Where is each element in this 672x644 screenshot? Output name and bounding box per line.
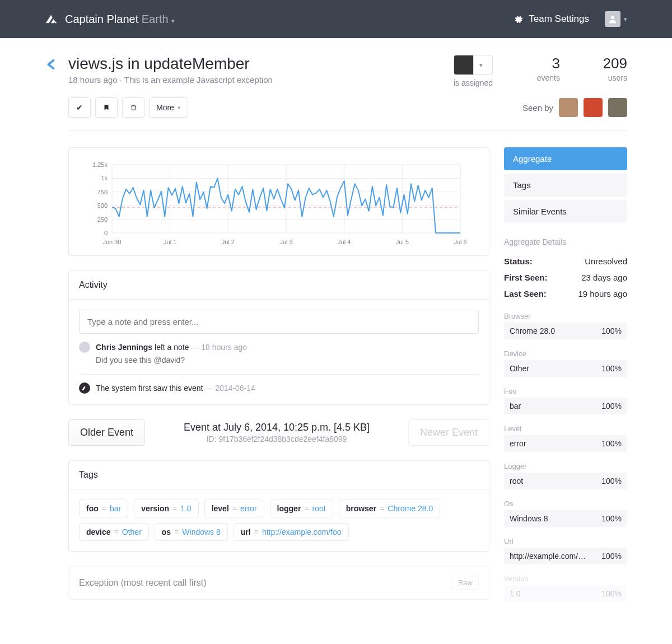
tag-pill[interactable]: foo=bar [79, 500, 128, 517]
activity-item: Chris Jennings left a note — 18 hours ag… [79, 334, 479, 366]
bookmark-button[interactable] [95, 97, 118, 118]
tag-pill[interactable]: level=error [204, 500, 264, 517]
user-icon [79, 342, 90, 353]
team-settings-label: Team Settings [529, 13, 589, 25]
facet-row[interactable]: 1.0100% [504, 585, 627, 602]
facet-title: Url [504, 537, 627, 545]
seen-avatar[interactable] [559, 98, 578, 117]
users-label: users [588, 73, 627, 82]
events-chart: 02505007501k1.25kJun 30Jul 1Jul 2Jul 3Ju… [76, 159, 475, 249]
system-icon [79, 382, 90, 394]
event-id: ID: 9f17b36ef2f24d38b3cde2eef4fa8099 [155, 435, 398, 444]
team-settings-link[interactable]: Team Settings [514, 13, 589, 25]
more-label: More [156, 103, 174, 112]
chevron-down-icon: ▾ [178, 104, 181, 111]
team-switcher[interactable]: Captain Planet Earth ▾ [45, 13, 175, 26]
chevron-down-icon: ▾ [624, 16, 627, 23]
assigned-label: is assigned [454, 78, 493, 87]
tag-pill[interactable]: browser=Chrome 28.0 [339, 500, 441, 517]
seen-avatar[interactable] [584, 98, 603, 117]
tag-pill[interactable]: device=Other [79, 523, 149, 541]
seen-avatar[interactable] [608, 98, 627, 117]
older-event-button[interactable]: Older Event [68, 419, 145, 446]
tag-pill[interactable]: version=1.0 [134, 500, 198, 517]
team-name: Captain Planet [65, 13, 138, 25]
aggregate-details-title: Aggregate Details [504, 237, 627, 246]
svg-text:0: 0 [104, 230, 108, 236]
delete-button[interactable] [122, 97, 144, 118]
activity-item: The system first saw this event — 2014-0… [79, 374, 479, 394]
facet-row[interactable]: Other100% [504, 360, 627, 377]
sidebar-tab[interactable]: Similar Events [504, 200, 627, 223]
divider [68, 130, 627, 130]
sidebar-tab[interactable]: Tags [504, 174, 627, 197]
facet-title: Version [504, 575, 627, 583]
exception-title: Exception (most recent call first) [79, 578, 207, 588]
raw-button[interactable]: Raw [452, 576, 479, 590]
tag-pill[interactable]: url=http://example.com/foo [234, 523, 349, 541]
assignee-dropdown[interactable]: ▾ [454, 55, 493, 75]
facet-title: Os [504, 500, 627, 508]
page-subtitle: 18 hours ago · This is an example Javasc… [68, 75, 442, 85]
seen-by-label: Seen by [522, 103, 553, 113]
note-input[interactable] [79, 310, 479, 334]
facet-row[interactable]: Windows 8100% [504, 510, 627, 527]
svg-text:Jul 1: Jul 1 [164, 239, 176, 245]
exception-panel: Exception (most recent call first) Raw [68, 566, 489, 600]
facet-title: Level [504, 424, 627, 433]
facet-row[interactable]: http://example.com/…100% [504, 548, 627, 564]
events-label: events [521, 73, 560, 82]
facet-row[interactable]: error100% [504, 435, 627, 452]
facet-row[interactable]: Chrome 28.0100% [504, 323, 627, 339]
detail-row: Status:Unresolved [504, 253, 627, 269]
gear-icon [514, 15, 523, 24]
page-title: views.js in updateMember [68, 55, 442, 73]
svg-text:1.25k: 1.25k [92, 161, 108, 168]
svg-text:Jul 5: Jul 5 [396, 239, 409, 245]
activity-panel: Activity Chris Jennings left a note — 18… [68, 270, 489, 405]
bookmark-icon [103, 104, 110, 111]
svg-text:250: 250 [97, 216, 108, 223]
events-count: 3 [521, 55, 560, 72]
svg-text:Jul 3: Jul 3 [279, 239, 292, 245]
svg-text:Jul 2: Jul 2 [222, 239, 235, 245]
resolve-button[interactable]: ✔ [68, 97, 91, 118]
project-name: Earth [142, 13, 169, 25]
tag-pill[interactable]: logger=root [270, 500, 333, 517]
tags-title: Tags [69, 461, 489, 489]
chevron-down-icon: ▾ [171, 17, 175, 24]
trash-icon [130, 104, 137, 111]
assignee-avatar [454, 55, 473, 74]
top-nav: Captain Planet Earth ▾ Team Settings ▾ [0, 0, 672, 38]
facet-title: Device [504, 349, 627, 358]
svg-text:1k: 1k [101, 175, 108, 181]
svg-text:Jul 4: Jul 4 [338, 239, 351, 245]
svg-text:750: 750 [97, 189, 108, 195]
facet-title: Logger [504, 462, 627, 470]
logo-icon [45, 13, 57, 25]
chevron-down-icon: ▾ [473, 55, 489, 74]
detail-row: First Seen:23 days ago [504, 269, 627, 286]
facet-row[interactable]: bar100% [504, 398, 627, 414]
check-icon: ✔ [76, 103, 83, 112]
events-chart-panel: 02505007501k1.25kJun 30Jul 1Jul 2Jul 3Ju… [68, 147, 489, 256]
tags-panel: Tags foo=barversion=1.0level=errorlogger… [68, 460, 489, 552]
user-menu[interactable]: ▾ [605, 11, 627, 27]
newer-event-button: Newer Event [408, 419, 489, 446]
facet-row[interactable]: root100% [504, 473, 627, 489]
svg-text:Jun 30: Jun 30 [102, 239, 121, 245]
chevron-left-icon [45, 56, 57, 73]
tag-pill[interactable]: os=Windows 8 [155, 523, 228, 541]
users-count: 209 [588, 55, 627, 72]
event-title: Event at July 6, 2014, 10:25 p.m. [4.5 K… [155, 422, 398, 433]
more-button[interactable]: More▾ [149, 97, 188, 118]
svg-point-0 [611, 16, 614, 19]
back-button[interactable] [45, 56, 57, 77]
svg-text:Jul 6: Jul 6 [454, 239, 466, 245]
sidebar-tab[interactable]: Aggregate [504, 147, 627, 170]
facet-title: Browser [504, 312, 627, 320]
detail-row: Last Seen:19 hours ago [504, 286, 627, 302]
activity-title: Activity [69, 271, 489, 300]
facet-title: Foo [504, 387, 627, 395]
svg-text:500: 500 [97, 202, 108, 209]
